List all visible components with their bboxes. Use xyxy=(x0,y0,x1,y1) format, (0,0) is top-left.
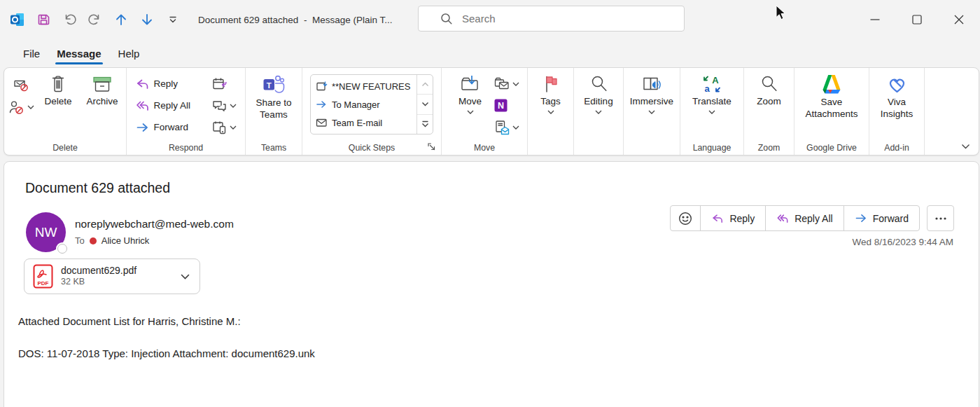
gallery-scroll-up[interactable] xyxy=(417,75,433,95)
save-attachments-button[interactable]: Save Attachments xyxy=(798,73,865,120)
collapse-ribbon-icon[interactable] xyxy=(961,144,970,149)
to-label: To xyxy=(75,235,85,246)
customize-qat-icon[interactable] xyxy=(164,11,181,28)
immersive-button[interactable]: Immersive xyxy=(626,73,677,114)
search-bar[interactable] xyxy=(418,6,685,32)
immersive-reader-icon xyxy=(641,74,662,94)
translate-icon: Aa xyxy=(701,74,722,94)
move-to-folder-icon xyxy=(316,81,328,92)
window-controls xyxy=(854,0,980,39)
attachment-dropdown-icon[interactable] xyxy=(181,274,190,280)
reply-action-button[interactable]: Reply xyxy=(700,206,765,230)
magnifier-icon xyxy=(589,74,608,94)
more-actions-button[interactable] xyxy=(927,205,954,231)
rules-button[interactable] xyxy=(493,73,519,95)
tab-file[interactable]: File xyxy=(15,42,48,65)
quick-step-to-manager[interactable]: To Manager xyxy=(316,95,416,113)
group-label-addin: Add-in xyxy=(869,143,924,153)
quick-step-team-email[interactable]: Team E-mail xyxy=(316,113,416,132)
tags-button[interactable]: Tags xyxy=(531,73,570,114)
delete-button[interactable]: Delete xyxy=(38,73,78,108)
flag-icon xyxy=(542,74,560,94)
close-button[interactable] xyxy=(938,0,980,39)
attachment-chip[interactable]: PDF document629.pdf 32 KB xyxy=(24,258,200,294)
group-respond: Reply Reply All Forward xyxy=(127,68,246,155)
group-teams: T Share to Teams Teams xyxy=(246,68,302,155)
viva-insights-button[interactable]: Viva Insights xyxy=(875,73,918,120)
ribbon: Delete Archive Delete Reply Reply All xyxy=(4,67,979,156)
reply-with-meeting-button[interactable] xyxy=(211,73,237,95)
onenote-button[interactable]: N xyxy=(493,95,519,116)
save-icon[interactable] xyxy=(35,11,52,28)
attachment-size: 32 KB xyxy=(61,277,173,288)
recipient-line: To Alice Uhrick xyxy=(75,235,234,246)
svg-text:T: T xyxy=(267,81,272,90)
reactions-button[interactable] xyxy=(671,206,700,230)
svg-text:A: A xyxy=(712,75,719,85)
group-label-respond: Respond xyxy=(127,143,245,153)
group-label-move: Move xyxy=(442,143,527,153)
maximize-button[interactable] xyxy=(896,0,938,39)
group-label-teams: Teams xyxy=(246,143,302,153)
forward-action-button[interactable]: Forward xyxy=(844,206,919,230)
recipient-name[interactable]: Alice Uhrick xyxy=(102,235,150,246)
editing-button[interactable]: Editing xyxy=(578,73,620,114)
group-tags: Tags xyxy=(528,68,574,155)
share-to-teams-button[interactable]: T Share to Teams xyxy=(251,73,297,121)
zoom-magnifier-icon xyxy=(760,74,778,94)
avatar[interactable]: NW xyxy=(26,212,66,252)
actions-button[interactable] xyxy=(493,116,519,138)
gallery-scroll xyxy=(416,75,433,134)
move-up-icon[interactable] xyxy=(113,11,130,28)
message-action-bar: Reply Reply All Forward xyxy=(670,205,920,231)
undo-icon[interactable] xyxy=(61,11,78,28)
forward-button[interactable]: Forward xyxy=(136,116,209,138)
reply-all-action-button[interactable]: Reply All xyxy=(765,206,843,230)
translate-button[interactable]: Aa Translate xyxy=(685,73,738,114)
archive-icon xyxy=(92,74,113,94)
sender-email[interactable]: noreplywebchart@med-web.com xyxy=(75,218,234,230)
quick-steps-gallery: **NEW FEATURES To Manager Team E-mail xyxy=(310,74,433,134)
zoom-button[interactable]: Zoom xyxy=(750,73,789,108)
minimize-button[interactable] xyxy=(854,0,896,39)
group-delete: Delete Archive Delete xyxy=(4,68,127,155)
move-folder-icon xyxy=(460,74,481,94)
reply-all-icon xyxy=(776,213,789,224)
quick-steps-dialog-launcher[interactable] xyxy=(427,142,436,151)
reply-icon xyxy=(136,78,149,90)
block-sender-button[interactable] xyxy=(8,99,34,115)
move-down-icon[interactable] xyxy=(139,11,155,28)
group-label-google-drive: Google Drive xyxy=(794,143,869,153)
redo-icon[interactable] xyxy=(87,11,104,28)
group-addin: Viva Insights Add-in xyxy=(869,68,925,155)
tab-help[interactable]: Help xyxy=(110,42,148,65)
tab-message[interactable]: Message xyxy=(48,42,109,65)
attachment-name: document629.pdf xyxy=(61,265,173,277)
archive-button[interactable]: Archive xyxy=(80,73,124,108)
ribbon-end xyxy=(925,68,979,155)
gallery-more[interactable] xyxy=(417,115,433,134)
quick-step-new-features[interactable]: **NEW FEATURES xyxy=(316,77,416,95)
forward-icon xyxy=(855,213,867,223)
share-to-device-button[interactable] xyxy=(211,116,237,138)
group-zoom: Zoom Zoom xyxy=(744,68,794,155)
window-title: Document 629 attached - Message (Plain T… xyxy=(198,15,392,25)
group-google-drive: Save Attachments Google Drive xyxy=(794,68,869,155)
reply-button[interactable]: Reply xyxy=(136,73,209,95)
search-input[interactable] xyxy=(462,13,658,25)
ribbon-tabs: File Message Help xyxy=(0,39,148,67)
arrow-right-icon xyxy=(316,99,328,109)
gallery-scroll-down[interactable] xyxy=(417,95,433,114)
group-label-zoom: Zoom xyxy=(744,143,794,153)
ignore-button[interactable] xyxy=(13,77,29,92)
reply-all-button[interactable]: Reply All xyxy=(136,95,209,116)
reply-with-im-button[interactable] xyxy=(211,95,237,116)
body-line: DOS: 11-07-2018 Type: Injection Attachme… xyxy=(18,347,951,359)
group-editing: Editing xyxy=(574,68,624,155)
group-quick-steps: **NEW FEATURES To Manager Team E-mail xyxy=(302,68,442,155)
busy-presence-icon xyxy=(90,237,97,244)
title-bar: Document 629 attached - Message (Plain T… xyxy=(0,0,980,39)
group-move: Move N Move xyxy=(442,68,528,155)
outlook-app-icon[interactable] xyxy=(9,11,26,28)
move-button[interactable]: Move xyxy=(450,73,491,114)
